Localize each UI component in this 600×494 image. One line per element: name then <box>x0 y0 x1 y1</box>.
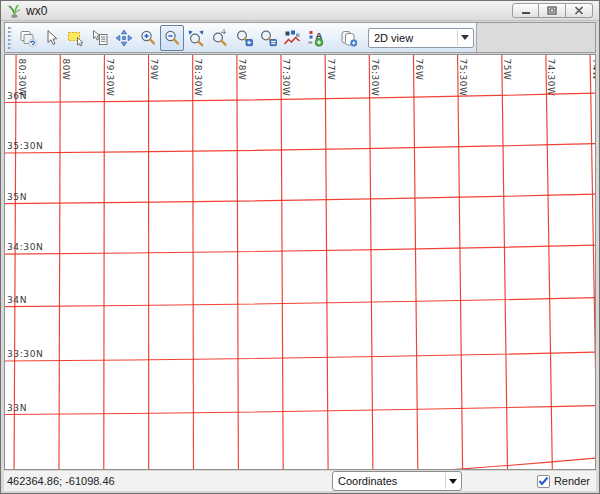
statusbar-mode-value: Coordinates <box>338 475 397 487</box>
parallel-label: 33N <box>7 403 27 413</box>
meridian-label: 76W <box>414 58 424 80</box>
statusbar-mode-select[interactable]: Coordinates <box>332 471 462 491</box>
window-controls <box>512 3 593 18</box>
meridian-line <box>193 55 194 469</box>
meridian-line <box>590 55 595 469</box>
zoom-out-button[interactable] <box>160 25 184 51</box>
meridian-line <box>458 55 463 469</box>
render-map-button[interactable] <box>16 25 40 51</box>
toolbar-filler <box>477 23 595 52</box>
meridian-line <box>325 55 328 469</box>
pan-arrows-icon <box>115 29 133 47</box>
duplicate-display-icon <box>340 29 358 47</box>
parallel-line <box>5 144 595 153</box>
add-overlay-icon: A <box>307 29 325 47</box>
select-rectangle-icon <box>67 29 85 47</box>
parallel-line <box>5 458 595 469</box>
analyze-button[interactable] <box>280 25 304 51</box>
meridian-label: 75W <box>502 58 512 80</box>
map-display-toolbar: A 2D view <box>5 23 477 52</box>
close-button[interactable] <box>566 3 593 18</box>
duplicate-display-button[interactable] <box>337 25 361 51</box>
meridian-label: 75:30W <box>458 58 468 96</box>
render-toggle-group: Render <box>537 471 590 491</box>
meridian-line <box>237 55 239 469</box>
zoom-options-icon <box>259 29 277 47</box>
query-info-icon <box>91 29 109 47</box>
zoom-extent-icon <box>187 29 205 47</box>
toolbar-gripper[interactable] <box>8 27 12 49</box>
render-label: Render <box>554 475 590 487</box>
meridian-label: 79W <box>149 58 159 80</box>
parallel-line <box>5 298 595 307</box>
window-titlebar[interactable]: wx0 <box>1 1 599 21</box>
render-checkbox[interactable] <box>537 475 550 488</box>
zoom-back-button[interactable] <box>232 25 256 51</box>
zoom-extent-button[interactable] <box>184 25 208 51</box>
view-mode-select[interactable]: 2D view <box>368 28 474 48</box>
coordinates-readout: 462364.86; -61098.46 <box>7 475 115 487</box>
zoom-options-button[interactable] <box>256 25 280 51</box>
close-icon <box>574 6 584 15</box>
graticule-grid: 80:30W80W79:30W79W78:30W78W77:30W77W76:3… <box>5 55 595 469</box>
pointer-button[interactable] <box>40 25 64 51</box>
checkmark-icon <box>538 476 549 486</box>
minimize-button[interactable] <box>512 3 539 18</box>
select-button[interactable] <box>64 25 88 51</box>
window-title: wx0 <box>26 4 47 18</box>
meridian-line <box>413 55 417 469</box>
analyze-chart-icon <box>283 29 301 47</box>
render-map-icon <box>19 29 37 47</box>
parallel-label: 36N <box>7 91 27 101</box>
maximize-icon <box>547 6 557 15</box>
meridian-label: 77W <box>326 58 336 80</box>
meridian-label: 74:30W <box>546 58 556 96</box>
maximize-button[interactable] <box>539 3 566 18</box>
zoom-in-button[interactable] <box>136 25 160 51</box>
zoom-in-icon <box>139 29 157 47</box>
parallel-line <box>5 245 595 254</box>
chevron-down-icon <box>445 473 460 489</box>
view-mode-value: 2D view <box>374 32 413 44</box>
parallel-label: 35:30N <box>7 141 43 151</box>
parallel-label: 34N <box>7 295 27 305</box>
meridian-label: 78W <box>237 58 247 80</box>
meridian-label: 78:30W <box>193 58 203 96</box>
app-window: wx0 <box>0 0 600 494</box>
meridian-label: 77:30W <box>281 58 291 96</box>
minimize-icon <box>521 6 531 15</box>
map-canvas[interactable]: 80:30W80W79:30W79W78:30W78W77:30W77W76:3… <box>4 54 596 470</box>
meridian-line <box>104 55 105 469</box>
parallel-line <box>5 194 595 203</box>
meridian-line <box>281 55 283 469</box>
meridian-line <box>59 55 60 469</box>
chevron-down-icon <box>457 30 472 46</box>
meridian-label: 80W <box>61 58 71 80</box>
meridian-line <box>369 55 373 469</box>
statusbar: 462364.86; -61098.46 Coordinates Render <box>4 471 596 491</box>
toolbar-strip: A 2D view <box>4 22 596 53</box>
parallel-line <box>5 93 595 102</box>
pan-button[interactable] <box>112 25 136 51</box>
zoom-out-icon <box>163 29 181 47</box>
query-button[interactable] <box>88 25 112 51</box>
parallel-label: 33:30N <box>7 349 43 359</box>
meridian-label: 79:30W <box>105 58 115 96</box>
parallel-label: 35N <box>7 192 27 202</box>
grass-gis-app-icon <box>7 4 22 18</box>
meridian-label: 74W <box>591 58 595 80</box>
meridian-label: 76:30W <box>370 58 380 96</box>
zoom-region-button[interactable] <box>208 25 232 51</box>
pointer-icon <box>43 29 61 47</box>
zoom-region-icon <box>211 29 229 47</box>
add-overlay-button[interactable]: A <box>304 25 328 51</box>
zoom-back-icon <box>235 29 253 47</box>
parallel-label: 34:30N <box>7 242 43 252</box>
meridian-line <box>502 55 508 469</box>
